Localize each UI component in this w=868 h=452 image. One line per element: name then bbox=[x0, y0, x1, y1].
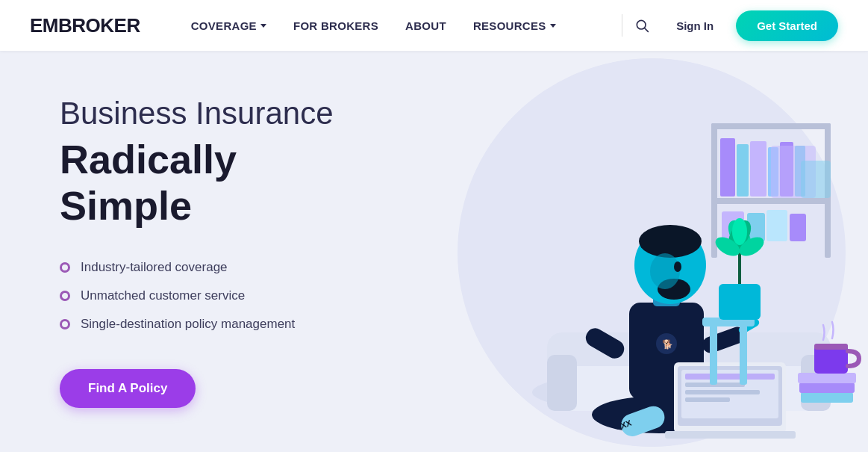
svg-rect-42 bbox=[685, 397, 730, 402]
brand-logo[interactable]: EMBROKER bbox=[30, 14, 140, 37]
svg-line-1 bbox=[645, 28, 649, 32]
feature-item-3: Single-destination policy management bbox=[60, 317, 373, 332]
search-button[interactable] bbox=[630, 13, 654, 37]
svg-rect-17 bbox=[801, 161, 831, 198]
hero-title: Radically Simple bbox=[60, 136, 373, 229]
svg-point-32 bbox=[674, 261, 681, 272]
svg-rect-43 bbox=[665, 431, 796, 439]
svg-point-51 bbox=[732, 218, 747, 245]
svg-rect-15 bbox=[790, 214, 806, 241]
feature-dot-icon bbox=[60, 262, 70, 273]
svg-rect-54 bbox=[801, 392, 853, 403]
hero-content: Business Insurance Radically Simple Indu… bbox=[0, 51, 433, 452]
nav-divider bbox=[622, 14, 622, 37]
nav-right-actions: Sign In Get Started bbox=[630, 10, 838, 41]
svg-rect-41 bbox=[685, 390, 760, 394]
feature-dot-icon bbox=[60, 291, 70, 301]
search-icon bbox=[634, 18, 649, 33]
nav-item-resources[interactable]: RESOURCES bbox=[460, 0, 569, 51]
svg-rect-4 bbox=[711, 198, 831, 204]
svg-rect-47 bbox=[719, 284, 761, 320]
svg-rect-6 bbox=[720, 138, 735, 196]
svg-rect-55 bbox=[799, 383, 855, 393]
svg-rect-39 bbox=[685, 374, 775, 380]
nav-item-for-brokers[interactable]: FOR BROKERS bbox=[280, 0, 392, 51]
svg-rect-14 bbox=[766, 210, 787, 241]
nav-item-about[interactable]: ABOUT bbox=[392, 0, 460, 51]
svg-text:🐕: 🐕 bbox=[662, 338, 673, 350]
nav-links: COVERAGE FOR BROKERS ABOUT RESOURCES bbox=[178, 0, 614, 51]
get-started-button[interactable]: Get Started bbox=[736, 10, 838, 41]
sign-in-button[interactable]: Sign In bbox=[669, 15, 721, 37]
feature-list: Industry-tailored coverage Unmatched cus… bbox=[60, 260, 373, 332]
svg-rect-58 bbox=[814, 344, 848, 350]
svg-rect-3 bbox=[711, 123, 717, 258]
navbar: EMBROKER COVERAGE FOR BROKERS ABOUT RESO… bbox=[0, 0, 868, 51]
svg-rect-21 bbox=[547, 355, 577, 411]
find-policy-button[interactable]: Find A Policy bbox=[60, 369, 196, 408]
svg-rect-56 bbox=[798, 373, 856, 383]
svg-rect-44 bbox=[710, 325, 717, 385]
hero-svg-illustration: 🐕 bbox=[405, 64, 868, 452]
svg-rect-2 bbox=[711, 123, 831, 129]
hero-subtitle: Business Insurance bbox=[60, 95, 373, 132]
svg-point-29 bbox=[639, 225, 702, 258]
feature-dot-icon bbox=[60, 319, 70, 329]
svg-rect-45 bbox=[740, 325, 747, 385]
feature-item-2: Unmatched customer service bbox=[60, 288, 373, 303]
svg-rect-8 bbox=[750, 141, 766, 196]
chevron-down-icon bbox=[260, 24, 266, 28]
svg-rect-7 bbox=[737, 144, 749, 196]
svg-point-31 bbox=[650, 253, 680, 289]
hero-section: Business Insurance Radically Simple Indu… bbox=[0, 51, 868, 452]
feature-item-1: Industry-tailored coverage bbox=[60, 260, 373, 275]
hero-illustration: 🐕 bbox=[405, 51, 868, 452]
nav-item-coverage[interactable]: COVERAGE bbox=[178, 0, 280, 51]
chevron-down-icon bbox=[550, 24, 556, 28]
